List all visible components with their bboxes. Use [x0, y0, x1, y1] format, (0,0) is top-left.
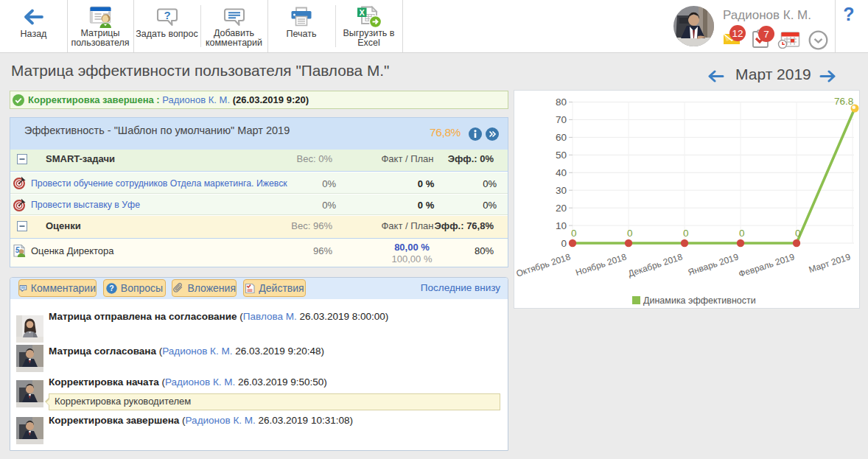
svg-text:Март 2019: Март 2019: [808, 251, 853, 275]
svg-text:7: 7: [763, 29, 769, 40]
svg-text:0: 0: [795, 228, 801, 239]
svg-text:50: 50: [556, 150, 567, 161]
svg-text:76.8: 76.8: [834, 96, 853, 107]
svg-text:12: 12: [732, 28, 743, 39]
svg-text:20: 20: [556, 203, 567, 214]
svg-text:0: 0: [683, 228, 689, 239]
svg-text:Январь 2019: Январь 2019: [687, 251, 740, 277]
svg-text:X: X: [359, 8, 365, 17]
svg-text:Динамика эффективности: Динамика эффективности: [643, 295, 756, 306]
svg-text:5: 5: [15, 246, 20, 254]
svg-text:Декабрь 2018: Декабрь 2018: [627, 251, 685, 278]
svg-text:?: ?: [109, 284, 113, 292]
svg-text:?: ?: [164, 8, 170, 21]
svg-text:70: 70: [556, 114, 567, 125]
svg-text:30: 30: [556, 185, 567, 196]
svg-text:Февраль 2019: Февраль 2019: [738, 251, 797, 279]
svg-text:Октябрь 2018: Октябрь 2018: [515, 251, 572, 278]
svg-text:0: 0: [561, 238, 567, 249]
svg-text:10: 10: [556, 220, 567, 231]
svg-text:Ноябрь 2018: Ноябрь 2018: [574, 251, 628, 278]
svg-text:0: 0: [739, 228, 745, 239]
svg-text:0: 0: [627, 228, 633, 239]
svg-text:60: 60: [556, 132, 567, 143]
svg-text:80: 80: [556, 97, 567, 108]
svg-text:0: 0: [571, 228, 577, 239]
svg-text:40: 40: [556, 167, 567, 178]
